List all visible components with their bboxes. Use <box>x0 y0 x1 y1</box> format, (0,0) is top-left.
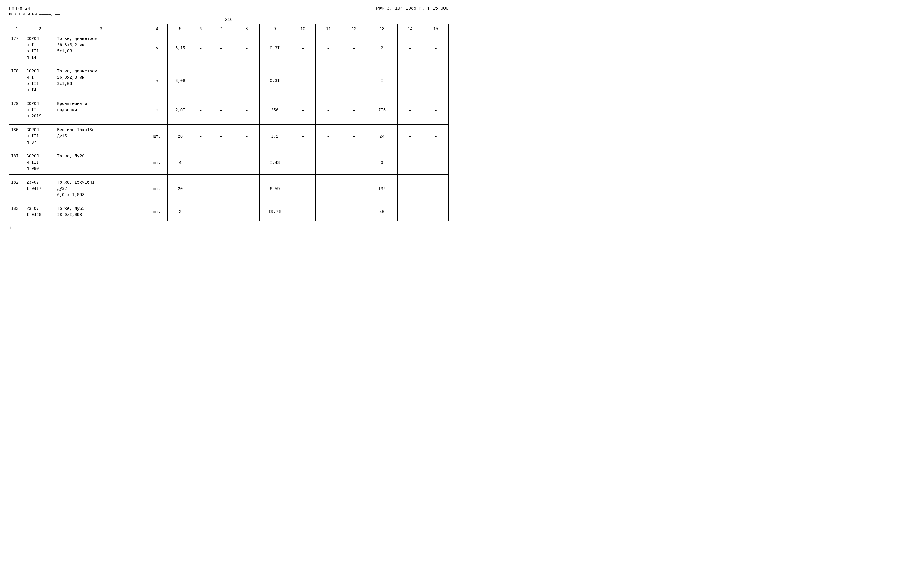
spacer-row <box>9 149 449 151</box>
main-table: 1 2 3 4 5 6 7 8 9 10 11 12 13 14 15 I77С… <box>9 24 449 221</box>
cell-7-1: I83 <box>9 203 24 221</box>
col-header-5: 5 <box>168 24 193 33</box>
cell-4-1: I80 <box>9 124 24 149</box>
cell-1-6: – <box>193 33 208 63</box>
table-row: I78ССРСПч.Iр.IIIп.I4То же, диаметром26,8… <box>9 66 449 96</box>
cell-2-5: 3,09 <box>168 66 193 96</box>
cell-2-9: 0,3I <box>259 66 290 96</box>
cell-6-13: I32 <box>366 177 397 201</box>
cell-4-10: – <box>290 124 316 149</box>
cell-1-14: – <box>397 33 423 63</box>
col-header-6: 6 <box>193 24 208 33</box>
cell-4-15: – <box>423 124 449 149</box>
cell-1-10: – <box>290 33 316 63</box>
cell-1-12: – <box>341 33 367 63</box>
cell-2-8: – <box>234 66 260 96</box>
cell-6-12: – <box>341 177 367 201</box>
cell-6-8: – <box>234 177 260 201</box>
cell-2-4: м <box>147 66 168 96</box>
cell-5-8: – <box>234 151 260 174</box>
cell-1-2: ССРСПч.Iр.IIIп.I4 <box>24 33 55 63</box>
cell-3-14: – <box>397 99 423 122</box>
cell-4-14: – <box>397 124 423 149</box>
cell-2-6: – <box>193 66 208 96</box>
cell-2-13: I <box>366 66 397 96</box>
col-header-7: 7 <box>208 24 234 33</box>
table-row: I8223–07I–04I7То же, I5кч16пIДу326,0 x I… <box>9 177 449 201</box>
cell-1-9: 0,3I <box>259 33 290 63</box>
cell-1-8: – <box>234 33 260 63</box>
cell-4-7: – <box>208 124 234 149</box>
cell-7-12: – <box>341 203 367 221</box>
spacer-row <box>9 201 449 203</box>
cell-7-15: – <box>423 203 449 221</box>
table-row: I8323–07I–0420То же, Ду65I8,0xI,098шт.2–… <box>9 203 449 221</box>
cell-3-15: – <box>423 99 449 122</box>
page-number: — 246 — <box>9 17 449 23</box>
cell-7-11: – <box>316 203 341 221</box>
cell-1-4: м <box>147 33 168 63</box>
col-header-4: 4 <box>147 24 168 33</box>
header-row: 1 2 3 4 5 6 7 8 9 10 11 12 13 14 15 <box>9 24 449 33</box>
cell-3-13: 7I6 <box>366 99 397 122</box>
cell-5-4: шт. <box>147 151 168 174</box>
cell-5-15: – <box>423 151 449 174</box>
cell-6-11: – <box>316 177 341 201</box>
cell-4-11: – <box>316 124 341 149</box>
cell-6-4: шт. <box>147 177 168 201</box>
cell-3-9: 356 <box>259 99 290 122</box>
cell-1-11: – <box>316 33 341 63</box>
footer-right: ┘ <box>445 227 449 232</box>
cell-7-5: 2 <box>168 203 193 221</box>
spacer-row <box>9 174 449 177</box>
cell-1-5: 5,I5 <box>168 33 193 63</box>
table-row: I79ССРСПч.IIп.20I9Кронштейны иподвескит2… <box>9 99 449 122</box>
doc-number-right: РКФ 3. 194 1985 г. т 15 000 <box>376 6 449 11</box>
cell-2-11: – <box>316 66 341 96</box>
cell-3-8: – <box>234 99 260 122</box>
cell-3-2: ССРСПч.IIп.20I9 <box>24 99 55 122</box>
cell-7-10: – <box>290 203 316 221</box>
continuation-line: ООО + ЛЛ9.00 —————, —— <box>9 12 449 17</box>
col-header-1: 1 <box>9 24 24 33</box>
cell-6-10: – <box>290 177 316 201</box>
cell-3-3: Кронштейны иподвески <box>55 99 147 122</box>
cell-5-7: – <box>208 151 234 174</box>
cell-6-7: – <box>208 177 234 201</box>
cell-6-3: То же, I5кч16пIДу326,0 x I,098 <box>55 177 147 201</box>
cell-4-5: 20 <box>168 124 193 149</box>
cell-7-4: шт. <box>147 203 168 221</box>
cell-7-13: 40 <box>366 203 397 221</box>
cell-3-12: – <box>341 99 367 122</box>
cell-2-12: – <box>341 66 367 96</box>
col-header-3: 3 <box>55 24 147 33</box>
cell-6-6: – <box>193 177 208 201</box>
col-header-10: 10 <box>290 24 316 33</box>
cell-5-1: I8I <box>9 151 24 174</box>
cell-5-12: – <box>341 151 367 174</box>
cell-1-7: – <box>208 33 234 63</box>
cell-3-10: – <box>290 99 316 122</box>
cell-4-3: Вентиль I5кч18пДу15 <box>55 124 147 149</box>
cell-4-4: шт. <box>147 124 168 149</box>
col-header-14: 14 <box>397 24 423 33</box>
col-header-11: 11 <box>316 24 341 33</box>
cell-6-9: 6,59 <box>259 177 290 201</box>
spacer-row <box>9 96 449 99</box>
cell-5-2: ССРСПч.IIIп.980 <box>24 151 55 174</box>
doc-number-left: НМП-8 24 <box>9 6 31 11</box>
cell-5-13: 6 <box>366 151 397 174</box>
cell-4-6: – <box>193 124 208 149</box>
cell-7-3: То же, Ду65I8,0xI,098 <box>55 203 147 221</box>
col-header-15: 15 <box>423 24 449 33</box>
cell-2-10: – <box>290 66 316 96</box>
cell-6-2: 23–07I–04I7 <box>24 177 55 201</box>
cell-2-7: – <box>208 66 234 96</box>
cell-5-10: – <box>290 151 316 174</box>
spacer-row <box>9 122 449 124</box>
cell-4-8: – <box>234 124 260 149</box>
cell-5-14: – <box>397 151 423 174</box>
col-header-2: 2 <box>24 24 55 33</box>
cell-3-11: – <box>316 99 341 122</box>
page-header: НМП-8 24 РКФ 3. 194 1985 г. т 15 000 <box>9 6 449 11</box>
